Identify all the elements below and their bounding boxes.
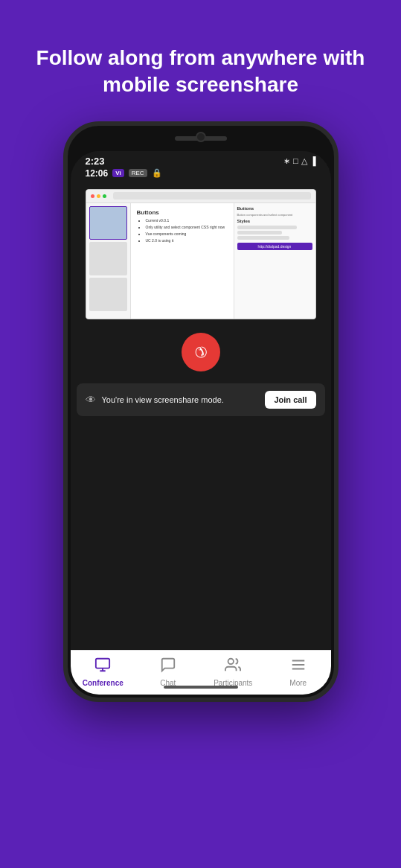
chat-icon — [160, 657, 176, 677]
browser-url-bar — [113, 192, 311, 200]
dark-area: Buttons Current v0.0.1 Only utility and … — [71, 182, 331, 695]
sidebar-thumb-1 — [89, 206, 127, 240]
status-time: 2:23 — [86, 156, 105, 167]
hangup-button[interactable]: ✆ — [182, 333, 220, 371]
status-bar: 2:23 ∗ □ △ ▐ — [71, 151, 331, 168]
panel-row-1 — [237, 226, 298, 229]
conference-icon — [94, 657, 111, 677]
bullet-3: Vue components coming — [146, 232, 228, 237]
phone-btn-right — [337, 245, 339, 297]
eye-icon: 👁 — [86, 394, 96, 406]
nav-label-conference: Conference — [83, 679, 123, 687]
hero-title: Follow along from anywhere with mobile s… — [30, 45, 371, 99]
browser-dot-green — [103, 194, 106, 198]
svg-rect-0 — [96, 659, 109, 668]
styles-header: Styles — [237, 219, 312, 223]
sidebar-thumb-2 — [89, 242, 127, 275]
preview-content: Buttons Current v0.0.1 Only utility and … — [86, 203, 315, 319]
banner-text: You're in view screenshare mode. — [102, 395, 260, 404]
nav-label-more: More — [289, 679, 307, 687]
preview-panel: Buttons Button components and select com… — [234, 203, 315, 319]
phone-btn-left — [63, 230, 65, 267]
panel-url-btn: http://dialpad.design — [237, 243, 312, 250]
screenshare-preview: Buttons Current v0.0.1 Only utility and … — [86, 189, 316, 319]
panel-desc: Button components and select component — [237, 213, 312, 217]
panel-url-text: http://dialpad.design — [258, 244, 292, 249]
phone-bottom-bar — [164, 686, 238, 689]
browser-dot-red — [91, 194, 94, 198]
rec-badge: REC — [129, 169, 147, 177]
preview-title: Buttons — [137, 209, 228, 216]
phone-screen: 2:23 ∗ □ △ ▐ 12:06 Vi REC 🔒 — [71, 151, 331, 695]
carrier-badge: Vi — [112, 169, 123, 177]
screenshare-banner: 👁 You're in view screenshare mode. Join … — [77, 383, 325, 416]
preview-main: Buttons Current v0.0.1 Only utility and … — [131, 203, 234, 319]
panel-row-2 — [237, 231, 283, 234]
more-icon — [290, 657, 307, 677]
preview-sidebar — [86, 203, 131, 319]
time2: 12:06 — [86, 168, 109, 179]
phone-camera — [196, 132, 206, 142]
phone-wrapper: 2:23 ∗ □ △ ▐ 12:06 Vi REC 🔒 — [63, 121, 339, 702]
signal-icon: □ — [293, 156, 298, 165]
status-bar2: 12:06 Vi REC 🔒 — [71, 168, 331, 182]
panel-header: Buttons — [237, 206, 312, 211]
sidebar-thumb-3 — [89, 278, 127, 311]
bullet-2: Only utility and select component CSS ri… — [146, 225, 228, 230]
nav-item-conference[interactable]: Conference — [71, 657, 136, 687]
battery-icon: ▐ — [310, 156, 316, 165]
browser-dot-yellow — [97, 194, 100, 198]
svg-point-3 — [228, 659, 234, 664]
nav-item-chat[interactable]: Chat — [135, 657, 201, 687]
nav-item-more[interactable]: More — [266, 657, 331, 687]
wifi-icon: △ — [301, 156, 307, 166]
hangup-icon: ✆ — [190, 341, 211, 363]
lock-icon: 🔒 — [152, 168, 162, 178]
bullet-1: Current v0.0.1 — [146, 218, 228, 223]
bullet-4: UC 2.0 is using it — [146, 238, 228, 243]
panel-row-3 — [237, 236, 290, 240]
status-icons: ∗ □ △ ▐ — [283, 156, 315, 166]
hero-section: Follow along from anywhere with mobile s… — [0, 45, 401, 99]
preview-bullets: Current v0.0.1 Only utility and select c… — [137, 218, 228, 243]
participants-icon — [225, 657, 241, 677]
join-call-button[interactable]: Join call — [265, 391, 315, 409]
browser-bar — [86, 190, 315, 203]
nav-item-participants[interactable]: Participants — [201, 657, 266, 687]
phone-outer: 2:23 ∗ □ △ ▐ 12:06 Vi REC 🔒 — [63, 121, 339, 702]
bluetooth-icon: ∗ — [283, 156, 290, 166]
